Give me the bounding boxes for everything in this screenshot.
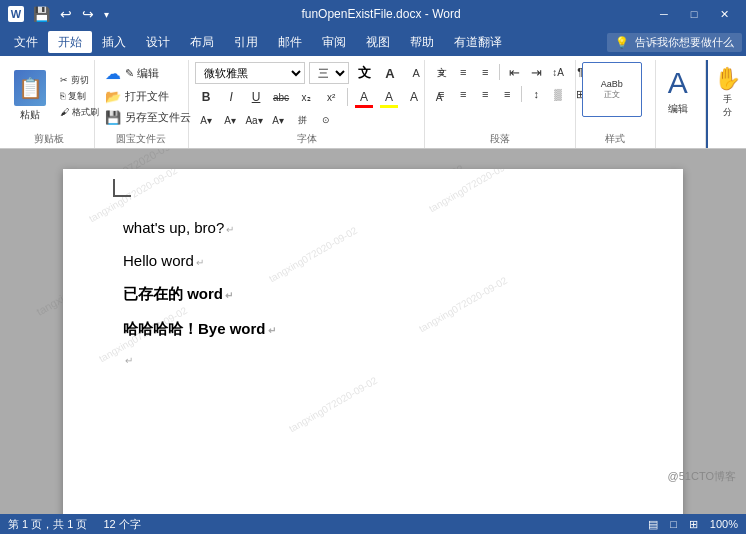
color-bar xyxy=(355,105,373,108)
justify-btn[interactable]: ≡ xyxy=(497,84,517,104)
underline-button[interactable]: U xyxy=(245,86,267,108)
ribbon: 📋 粘贴 ✂ 剪切 ⎘ 复制 🖌 格式刷 剪贴板 ☁ ✎ 编辑 xyxy=(0,56,746,149)
window-controls: ─ □ ✕ xyxy=(650,4,738,24)
menu-view[interactable]: 视图 xyxy=(356,31,400,53)
decrease-indent-btn[interactable]: ⇤ xyxy=(504,62,524,82)
char-circle-btn[interactable]: ⊙ xyxy=(315,110,337,130)
doc-line-3: 已存在的 word ↵ xyxy=(123,285,623,304)
undo-icon[interactable]: ↩ xyxy=(57,4,75,24)
close-button[interactable]: ✕ xyxy=(710,4,738,24)
size-dropdown[interactable]: A▾ xyxy=(267,110,289,130)
menu-insert[interactable]: 插入 xyxy=(92,31,136,53)
font-size-grow-btn[interactable]: 文 xyxy=(353,62,375,84)
menu-youdao[interactable]: 有道翻译 xyxy=(444,31,512,53)
cloud-icon: ☁ xyxy=(105,64,121,83)
increase-font-btn[interactable]: A xyxy=(379,62,401,84)
subscript-button[interactable]: x₂ xyxy=(295,86,317,108)
align-right-btn[interactable]: ≡ xyxy=(475,84,495,104)
increase-indent-btn[interactable]: ⇥ xyxy=(526,62,546,82)
bullet-list-btn[interactable]: ≡ xyxy=(431,62,451,82)
open-file-button[interactable]: 📂 打开文件 xyxy=(101,87,173,106)
para-row1: ≡ ≡ ≡ ⇤ ⇥ ↕A ¶ xyxy=(431,62,590,82)
document-content[interactable]: what's up, bro? ↵ Hello word ↵ 已存在的 word… xyxy=(123,209,623,366)
lightbulb-icon: 💡 xyxy=(615,36,629,49)
read-view-icon[interactable]: ▤ xyxy=(648,518,658,531)
hand-group: ✋ 手 分 xyxy=(706,60,742,148)
bold-button[interactable]: B xyxy=(195,86,217,108)
editing-button[interactable]: A 编辑 xyxy=(662,62,694,120)
minimize-button[interactable]: ─ xyxy=(650,4,678,24)
char-shading-btn[interactable]: A xyxy=(403,86,425,108)
styles-preview-label: 正文 xyxy=(604,89,620,100)
font-color-dropdown[interactable]: A▾ xyxy=(195,110,217,130)
divider xyxy=(347,88,348,106)
edit-cursor-icon: A xyxy=(668,66,688,100)
web-layout-icon[interactable]: ⊞ xyxy=(689,518,698,531)
open-label: 打开文件 xyxy=(125,89,169,104)
doc-line-3-text: 已存在的 word xyxy=(123,285,223,304)
italic-button[interactable]: I xyxy=(220,86,242,108)
highlight-btn[interactable]: A xyxy=(378,86,400,108)
search-hint: 告诉我你想要做什么 xyxy=(635,35,734,50)
page-wm-4: tangxing072020-09-02 xyxy=(287,375,379,435)
decrease-font-btn[interactable]: A xyxy=(405,62,427,84)
paste-icon: 📋 xyxy=(14,70,46,106)
font-bot-row: A▾ A▾ Aa▾ A▾ 拼 ⊙ xyxy=(195,110,337,130)
text-color-btn[interactable]: A xyxy=(353,86,375,108)
paste-button[interactable]: 📋 粘贴 xyxy=(8,66,52,126)
numbered-list-btn[interactable]: ≡ xyxy=(453,62,473,82)
highlight-bar xyxy=(380,105,398,108)
para-row2: ≡ ≡ ≡ ≡ ↕ ▒ ⊞ xyxy=(431,84,590,104)
menu-mailings[interactable]: 邮件 xyxy=(268,31,312,53)
para-mark-1: ↵ xyxy=(226,224,234,235)
superscript-button[interactable]: x² xyxy=(320,86,342,108)
font-mid-row: B I U abc x₂ x² A A A A xyxy=(195,86,450,108)
styles-preview[interactable]: AaBb 正文 xyxy=(582,62,642,117)
clipboard-label: 剪贴板 xyxy=(8,130,90,146)
doc-line-4: 哈哈哈哈！Bye word ↵ xyxy=(123,320,623,339)
print-layout-icon[interactable]: □ xyxy=(670,518,677,530)
font-label: 字体 xyxy=(195,130,418,146)
edit-cloud-button[interactable]: ☁ ✎ 编辑 xyxy=(101,62,163,85)
shading-btn[interactable]: ▒ xyxy=(548,84,568,104)
spacing-dropdown[interactable]: Aa▾ xyxy=(243,110,265,130)
styles-group: AaBb 正文 样式 xyxy=(576,60,656,148)
editing-group: A 编辑 xyxy=(656,60,706,148)
divider xyxy=(499,64,500,80)
main-area: tangxing072020-09-02 tangxing072020-09-0… xyxy=(0,149,746,514)
font-size-select[interactable]: 三号 xyxy=(309,62,349,84)
save-cloud-button[interactable]: 💾 另存至文件云 xyxy=(101,108,195,127)
align-center-btn[interactable]: ≡ xyxy=(453,84,473,104)
maximize-button[interactable]: □ xyxy=(680,4,708,24)
paragraph-group: ≡ ≡ ≡ ⇤ ⇥ ↕A ¶ ≡ ≡ ≡ ≡ ↕ ▒ ⊞ 段落 xyxy=(425,60,576,148)
multilevel-list-btn[interactable]: ≡ xyxy=(475,62,495,82)
quick-access-toolbar: 💾 ↩ ↪ ▾ xyxy=(30,4,112,24)
menu-references[interactable]: 引用 xyxy=(224,31,268,53)
redo-icon[interactable]: ↪ xyxy=(79,4,97,24)
customize-icon[interactable]: ▾ xyxy=(101,7,112,22)
save-icon[interactable]: 💾 xyxy=(30,4,53,24)
para-mark-3: ↵ xyxy=(225,290,233,301)
menu-review[interactable]: 审阅 xyxy=(312,31,356,53)
zoom-level[interactable]: 100% xyxy=(710,518,738,530)
sort-btn[interactable]: ↕A xyxy=(548,62,568,82)
menu-help[interactable]: 帮助 xyxy=(400,31,444,53)
line-spacing-btn[interactable]: ↕ xyxy=(526,84,546,104)
document-page: tangxing072020-09-02 tangxing072020-09-0… xyxy=(63,169,683,514)
word-icon: W xyxy=(8,6,24,22)
doc-line-4-text: 哈哈哈哈！Bye word xyxy=(123,320,266,339)
hand-button[interactable]: ✋ 手 分 xyxy=(710,62,745,123)
phonetic-btn[interactable]: 拼 xyxy=(291,110,313,130)
menu-design[interactable]: 设计 xyxy=(136,31,180,53)
menu-layout[interactable]: 布局 xyxy=(180,31,224,53)
clipboard-content: 📋 粘贴 ✂ 剪切 ⎘ 复制 🖌 格式刷 xyxy=(8,62,103,130)
strikethrough-button[interactable]: abc xyxy=(270,86,292,108)
status-right: ▤ □ ⊞ 100% xyxy=(648,518,738,531)
menu-home[interactable]: 开始 xyxy=(48,31,92,53)
menu-search[interactable]: 💡 告诉我你想要做什么 xyxy=(607,33,742,52)
paste-label: 粘贴 xyxy=(20,108,40,122)
menu-file[interactable]: 文件 xyxy=(4,31,48,53)
font-family-select[interactable]: 微软雅黑 xyxy=(195,62,305,84)
highlight-dropdown[interactable]: A▾ xyxy=(219,110,241,130)
align-left-btn[interactable]: ≡ xyxy=(431,84,451,104)
